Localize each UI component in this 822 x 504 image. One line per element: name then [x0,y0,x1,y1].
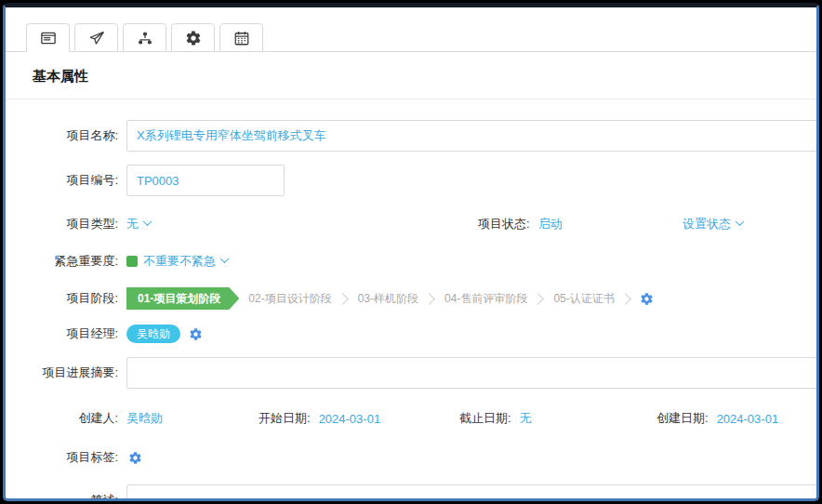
project-status-label: 项目状态: [478,216,530,232]
project-name-label: 项目名称: [11,127,126,144]
project-tags-row: 项目标签: [6,448,816,467]
tab-calendar[interactable] [219,23,263,52]
end-date-label: 截止日期: [459,410,511,427]
urgency-select[interactable]: 不重要不紧急 [143,253,228,270]
end-date-group: 截止日期: 无 [459,410,532,427]
stage-item-active[interactable]: 01-项目策划阶段 [126,287,239,310]
chevron-down-icon [220,254,230,263]
project-status-value[interactable]: 启动 [538,216,563,232]
creator-value[interactable]: 吴晗勋 [126,410,163,427]
progress-summary-input[interactable] [126,357,818,389]
dates-row: 创建人: 吴晗勋 开始日期: 2024-03-01 截止日期: 无 创建日期: … [6,409,816,428]
start-date-value[interactable]: 2024-03-01 [319,412,381,426]
stage-item[interactable]: 02-项目设计阶段 [239,287,340,310]
progress-summary-label: 项目进展摘要: [11,365,126,381]
urgency-color-marker [126,256,138,267]
start-date-label: 开始日期: [259,410,311,427]
project-manager-row: 项目经理: 吴晗勋 [6,324,816,344]
tab-settings[interactable] [171,23,215,52]
stage-item[interactable]: 04-售前评审阶段 [435,287,537,310]
gear-icon [185,30,202,46]
brief-row: 简述: [6,484,816,501]
create-date-label: 创建日期: [656,410,709,427]
calendar-icon [233,30,250,46]
manager-settings-button[interactable] [189,327,203,341]
chevron-down-icon [736,217,745,226]
gear-icon [128,451,142,465]
chevron-down-icon [143,217,152,226]
paper-plane-icon [88,30,105,46]
project-type-row: 项目类型: 无 项目状态: 启动 设置状态 [6,215,816,233]
project-status-group: 项目状态: 启动 [478,216,563,232]
project-stage-label: 项目阶段: [11,290,126,307]
form-icon [40,30,57,46]
project-name-input[interactable] [126,120,818,152]
manager-badge[interactable]: 吴晗勋 [126,325,180,343]
create-date-value[interactable]: 2024-03-01 [717,412,779,426]
creator-label: 创建人: [11,410,126,427]
tab-send[interactable] [74,23,118,52]
tab-details[interactable] [26,23,70,52]
set-status-dropdown[interactable]: 设置状态 [683,216,743,232]
stage-item[interactable]: 03-样机阶段 [349,287,428,310]
stage-settings-button[interactable] [640,292,654,306]
project-code-label: 项目编号: [11,172,126,189]
tab-bar [6,7,816,52]
stage-item[interactable]: 05-认证证书 [544,287,623,310]
project-type-label: 项目类型: [11,216,126,232]
end-date-value[interactable]: 无 [520,410,532,427]
project-stage-row: 项目阶段: 01-项目策划阶段 02-项目设计阶段 03-样机阶段 04-售前评… [6,286,816,311]
sitemap-icon [137,30,153,46]
page-title: 基本属性 [6,52,816,99]
project-name-row: 项目名称: [6,120,816,152]
stage-breadcrumb: 01-项目策划阶段 02-项目设计阶段 03-样机阶段 04-售前评审阶段 05… [126,287,654,310]
project-manager-label: 项目经理: [11,325,126,342]
brief-input[interactable] [126,484,818,501]
project-type-select[interactable]: 无 [126,216,151,232]
project-code-row: 项目编号: [6,165,816,196]
gear-icon [640,292,654,306]
tab-hierarchy[interactable] [123,23,166,52]
project-code-input[interactable] [126,165,285,196]
urgency-row: 紧急重要度: 不重要不紧急 [6,252,816,271]
tags-settings-button[interactable] [128,451,142,465]
brief-label: 简述: [11,492,126,501]
start-date-group: 开始日期: 2024-03-01 [259,410,380,427]
urgency-label: 紧急重要度: [11,253,126,270]
gear-icon [189,327,203,341]
window-frame: 基本属性 项目名称: 项目编号: 项目类型: 无 项目状态: 启动 设置状态 [3,3,819,501]
project-tags-label: 项目标签: [11,449,126,466]
create-date-group: 创建日期: 2024-03-01 [656,410,778,427]
progress-summary-row: 项目进展摘要: [6,357,816,389]
basic-properties-form: 项目名称: 项目编号: 项目类型: 无 项目状态: 启动 设置状态 [6,99,816,501]
